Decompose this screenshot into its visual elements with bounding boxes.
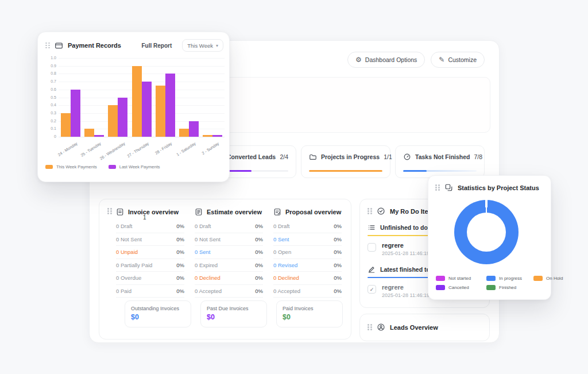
chart-gridline — [59, 137, 225, 137]
checkbox-unchecked[interactable] — [368, 243, 376, 252]
overview-column: Proposal overview0 Draft0%0 Sent0%0 Open… — [273, 206, 342, 298]
legend-swatch — [486, 285, 496, 290]
overview-row-label: 0 Paid — [116, 288, 131, 294]
legend-item: This Week Payments — [45, 164, 97, 169]
stat-label: Projects in Progress — [321, 153, 380, 160]
checkbox-checked[interactable]: ✓ — [368, 285, 376, 294]
check-circle-icon — [377, 207, 385, 215]
overviews-card: Invoice overview0 Draft0%0 Not Sent0%0 U… — [99, 199, 351, 340]
overview-row: 0 Draft0% — [273, 220, 342, 233]
legend-swatch — [486, 276, 496, 281]
legend-label: This Week Payments — [56, 164, 97, 169]
bar-this-week — [108, 105, 118, 137]
overview-row-value: 0% — [255, 288, 263, 294]
legend-item: Cancelled — [436, 285, 486, 290]
person-icon — [377, 323, 385, 331]
layers-icon — [444, 183, 453, 192]
customize-button[interactable]: ✎ Customize — [431, 52, 485, 68]
chart-gridline — [59, 66, 225, 67]
overview-row-label: 0 Partially Paid — [116, 262, 152, 268]
payment-card-icon — [55, 41, 63, 50]
stat-card-tasks-not-finished[interactable]: Tasks Not Finished 7/8 — [395, 145, 485, 178]
dashboard-page: ⚙ Dashboard Options ✎ Customize Converte… — [0, 0, 588, 374]
y-axis-tick-label: 0.3 — [44, 111, 56, 115]
bar-this-week — [203, 135, 212, 137]
overview-row-value: 0% — [255, 275, 263, 281]
paid-invoices-box: Paid Invoices $0 — [276, 300, 343, 327]
overview-row-label: 0 Declined — [273, 275, 299, 281]
overview-columns: Invoice overview0 Draft0%0 Not Sent0%0 U… — [116, 206, 342, 298]
x-axis-tick-label: 2 - Sunday — [202, 141, 220, 155]
legend-label: Last Week Payments — [119, 164, 160, 169]
drag-handle-icon[interactable] — [435, 184, 440, 191]
list-icon — [368, 223, 376, 232]
legend-item: Not started — [436, 276, 486, 281]
overview-row-label: 0 Draft — [195, 223, 211, 229]
project-status-donut-chart — [454, 200, 519, 264]
stat-value: 1/1 — [384, 153, 392, 160]
stat-card-projects-in-progress[interactable]: Projects in Progress 1/1 — [301, 145, 390, 178]
x-axis-tick-label: 27 - Thursday — [126, 141, 149, 158]
progress-track — [403, 170, 477, 172]
x-axis-tick-label: 24 - Monday — [57, 141, 78, 157]
dashboard-options-button[interactable]: ⚙ Dashboard Options — [347, 52, 425, 68]
overview-row-label: 0 Draft — [116, 223, 133, 229]
section-underline — [368, 277, 431, 278]
todo-item-timestamp: 2025-01-28 11:46:19 — [382, 292, 430, 298]
overview-row: 0 Sent0% — [273, 233, 342, 246]
pencil-icon — [368, 265, 376, 273]
bar-this-week — [84, 129, 94, 137]
period-selector-dropdown[interactable]: This Week ▾ — [182, 39, 223, 52]
y-axis-tick-label: 1.0 — [44, 56, 56, 60]
legend-swatch — [436, 276, 445, 281]
overview-row-value: 0% — [176, 262, 184, 268]
bar-this-week — [179, 129, 189, 137]
overview-row: 0 Not Sent0% — [195, 233, 263, 246]
legend-swatch — [533, 276, 543, 281]
x-axis-tick-label: 25 - Tuesday — [80, 141, 102, 157]
overview-row-value: 0% — [255, 262, 263, 268]
drag-handle-icon[interactable] — [45, 43, 50, 49]
drag-handle-icon[interactable] — [368, 324, 372, 330]
overview-row-value: 0% — [334, 288, 342, 294]
payments-chart-legend: This Week PaymentsLast Week Payments — [45, 164, 160, 169]
overview-column-header: Invoice overview — [116, 206, 184, 218]
gauge-icon — [403, 153, 411, 161]
bar-last-week — [212, 135, 222, 137]
payment-records-card: Payment Records Full Report This Week ▾ … — [37, 32, 230, 182]
overview-row: 0 Accepted0% — [195, 285, 263, 298]
progress-fill — [309, 170, 382, 172]
drag-handle-icon[interactable] — [107, 208, 112, 214]
y-axis-tick-label: 0.8 — [44, 71, 56, 75]
payments-bar-chart: 1.00.90.80.70.60.50.40.30.20.1024 - Mond… — [59, 58, 225, 137]
bar-last-week — [165, 74, 175, 137]
overview-row-label: 0 Not Sent — [116, 236, 142, 242]
summary-value: $0 — [131, 313, 185, 321]
overview-row: 0 Sent0% — [195, 246, 263, 259]
y-axis-tick-label: 0.5 — [44, 95, 56, 99]
full-report-link[interactable]: Full Report — [142, 43, 172, 49]
past-due-invoices-box: Past Due Invoices $0 — [200, 300, 267, 327]
overview-row-label: 0 Unpaid — [116, 249, 138, 255]
gear-icon: ⚙ — [355, 56, 362, 63]
x-axis-tick-label: 28 - Friday — [154, 141, 172, 155]
outstanding-invoices-box: Outstanding Invoices $0 — [125, 300, 191, 327]
todo-item-timestamp: 2025-01-28 11:46:19 — [382, 250, 430, 256]
overview-row-value: 0% — [176, 223, 184, 229]
todo-item-body: regrere2025-01-28 11:46:19 — [382, 284, 430, 298]
overview-row: 0 Partially Paid0% — [116, 259, 184, 272]
stat-value: 2/4 — [280, 153, 288, 160]
stray-count-text: 1 — [143, 214, 146, 221]
status-card-title: Statistics by Project Status — [458, 184, 539, 191]
overview-row-label: 0 Declined — [195, 275, 220, 281]
stat-label: Converted Leads — [227, 153, 276, 160]
overview-row-label: 0 Draft — [273, 223, 290, 229]
chevron-down-icon: ▾ — [216, 43, 218, 48]
drag-handle-icon[interactable] — [368, 208, 372, 214]
overview-row: 0 Expired0% — [195, 259, 263, 272]
overview-row-label: 0 Not Sent — [195, 236, 220, 242]
overview-row-value: 0% — [176, 249, 184, 255]
overview-row: 0 Overdue0% — [116, 272, 184, 285]
bar-this-week — [61, 113, 71, 137]
overview-row: 0 Paid0% — [116, 285, 184, 298]
